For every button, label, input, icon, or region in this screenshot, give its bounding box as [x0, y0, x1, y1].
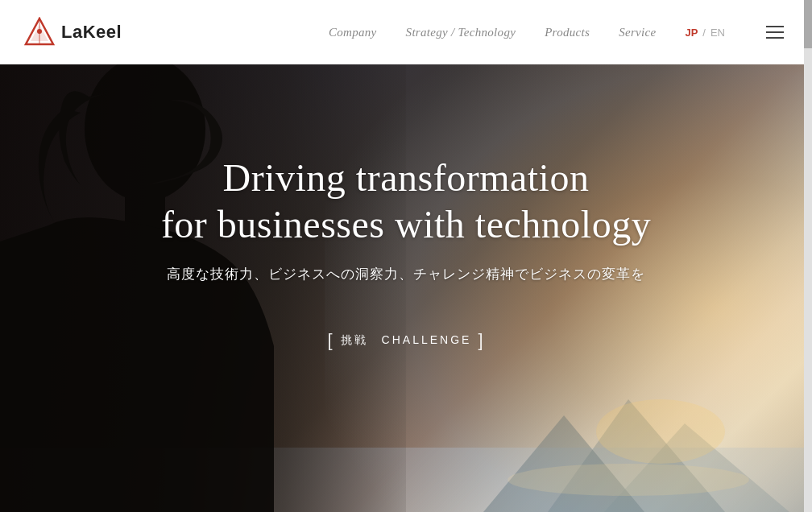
header: LaKeel Company Strategy / Technology Pro…: [0, 0, 812, 64]
logo-link[interactable]: LaKeel: [24, 17, 122, 47]
cta-text: 挑戦 CHALLENGE: [341, 333, 472, 348]
lang-jp-button[interactable]: JP: [685, 27, 698, 39]
hamburger-line-1: [766, 26, 784, 27]
nav-products[interactable]: Products: [545, 26, 590, 39]
cta-bracket-left: [: [327, 330, 334, 351]
main-nav: Company Strategy / Technology Products S…: [329, 22, 788, 43]
hero-section: Driving transformation for businesses wi…: [0, 0, 812, 512]
hero-title-line2: for businesses with technology: [92, 201, 720, 248]
cta-bracket-right: ]: [478, 330, 484, 351]
scrollbar-track[interactable]: [804, 0, 812, 512]
hero-title-line1: Driving transformation: [92, 155, 720, 201]
hero-subtitle: 高度な技術力、ビジネスへの洞察力、チャレンジ精神でビジネスの変革を: [92, 265, 720, 283]
hamburger-line-2: [766, 31, 784, 33]
hamburger-menu[interactable]: [762, 22, 788, 43]
hamburger-line-3: [766, 37, 784, 39]
logo-text: LaKeel: [61, 22, 122, 43]
svg-point-3: [37, 29, 42, 34]
nav-service[interactable]: Service: [619, 26, 656, 39]
nav-company[interactable]: Company: [329, 26, 377, 39]
hero-content: Driving transformation for businesses wi…: [92, 155, 720, 357]
lang-separator: /: [702, 27, 706, 39]
lang-en-button[interactable]: EN: [710, 27, 725, 39]
nav-strategy[interactable]: Strategy / Technology: [406, 26, 516, 39]
logo-icon: [24, 17, 55, 47]
scrollbar-thumb[interactable]: [804, 0, 812, 48]
language-switcher: JP / EN: [685, 27, 725, 39]
hero-cta-button[interactable]: [ 挑戦 CHALLENGE ]: [317, 324, 494, 357]
